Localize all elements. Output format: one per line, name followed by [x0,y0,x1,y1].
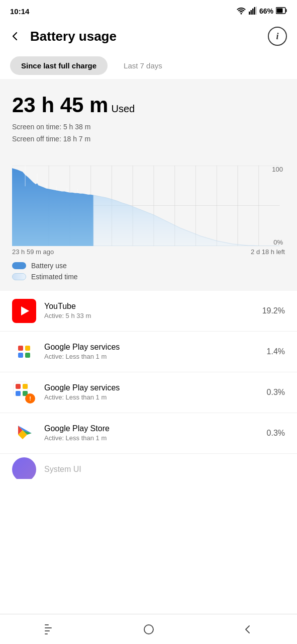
app-info-sysui: System UI [44,465,285,474]
svg-rect-35 [23,351,25,353]
recents-button[interactable] [35,619,65,639]
status-time: 10:14 [10,7,29,16]
page-title: Battery usage [30,29,117,44]
chart-container: 100 0% [0,155,297,256]
legend-label-estimated: Estimated time [31,273,78,281]
list-item[interactable]: System UI [0,454,297,479]
app-percent-gps2: 0.3% [267,388,285,397]
list-item[interactable]: YouTube Active: 5 h 33 m 19.2% [0,291,297,332]
svg-rect-53 [45,633,48,634]
app-percent-gps1: 1.4% [267,347,285,356]
legend-dot-battery [12,262,26,269]
app-percent-gps-store: 0.3% [267,429,285,438]
svg-rect-31 [18,346,23,351]
google-play-services-2-icon: ! [12,380,36,405]
tab-since-last-charge[interactable]: Since last full charge [10,56,108,75]
svg-marker-23 [93,195,280,246]
svg-rect-40 [16,391,21,396]
svg-rect-7 [277,8,283,13]
app-name-gps1: Google Play services [44,343,259,352]
signal-icon [249,7,257,16]
legend-dot-estimated [12,273,26,280]
bottom-nav [0,614,297,644]
tab-row: Since last full charge Last 7 days [0,52,297,79]
svg-rect-54 [144,625,153,634]
app-name-sysui: System UI [44,465,285,474]
app-list: YouTube Active: 5 h 33 m 19.2% Google Pl… [0,291,297,479]
list-item[interactable]: ! Google Play services Active: Less than… [0,372,297,413]
usage-section: 23 h 45 m Used Screen on time: 5 h 38 m … [0,79,297,155]
app-active-gps1: Active: Less than 1 m [44,353,259,360]
usage-time-value: 23 h 45 m [12,93,108,117]
list-item[interactable]: Google Play services Active: Less than 1… [0,332,297,372]
status-icons: 66% [236,7,287,16]
header: Battery usage i [0,20,297,52]
screen-off-time: Screen off time: 18 h 7 m [12,133,285,145]
legend: Battery use Estimated time [0,256,297,291]
svg-rect-38 [23,384,28,389]
usage-details: Screen on time: 5 h 38 m Screen off time… [12,121,285,145]
status-bar: 10:14 66% [0,0,297,20]
app-name-gps-store: Google Play Store [44,424,259,433]
svg-rect-37 [16,384,21,389]
battery-percent: 66% [259,7,273,15]
svg-rect-2 [252,9,254,15]
battery-icon [276,7,287,16]
svg-rect-4 [256,7,257,15]
screen-on-time: Screen on time: 5 h 38 m [12,121,285,133]
header-left: Battery usage [5,26,117,46]
y-label-100: 100 [272,166,283,173]
google-play-store-icon [12,421,36,445]
app-active-youtube: Active: 5 h 33 m [44,312,254,319]
chart-labels: 23 h 59 m ago 2 d 18 h left [12,246,285,256]
info-button[interactable]: i [268,27,287,46]
usage-time: 23 h 45 m Used [12,93,285,117]
google-play-services-1-icon [12,340,36,364]
app-info-gps-store: Google Play Store Active: Less than 1 m [44,424,259,442]
svg-rect-52 [45,630,50,631]
legend-item-estimated: Estimated time [12,273,285,281]
app-percent-youtube: 19.2% [262,306,285,315]
chart-label-right: 2 d 18 h left [251,248,285,256]
svg-rect-0 [249,12,250,15]
legend-label-battery: Battery use [31,262,67,270]
app-info-youtube: YouTube Active: 5 h 33 m [44,302,254,319]
system-ui-icon [12,457,36,479]
y-label-0: 0% [273,238,283,246]
svg-rect-33 [25,353,30,358]
svg-text:!: ! [29,395,31,401]
list-item[interactable]: Google Play Store Active: Less than 1 m … [0,413,297,454]
usage-used-label: Used [111,103,135,115]
home-button[interactable] [134,619,164,639]
app-active-gps2: Active: Less than 1 m [44,393,259,401]
back-nav-button[interactable] [233,619,263,639]
svg-rect-50 [45,624,49,625]
app-info-gps1: Google Play services Active: Less than 1… [44,343,259,360]
chart-label-left: 23 h 59 m ago [12,248,54,256]
back-button[interactable] [5,26,25,46]
app-active-gps-store: Active: Less than 1 m [44,434,259,442]
tab-last-7-days[interactable]: Last 7 days [113,56,173,75]
app-name-youtube: YouTube [44,302,254,311]
svg-rect-34 [18,353,23,358]
app-info-gps2: Google Play services Active: Less than 1… [44,383,259,401]
svg-rect-1 [250,10,252,15]
legend-item-battery: Battery use [12,262,285,270]
info-icon: i [276,31,278,42]
youtube-play-icon [21,306,29,315]
svg-rect-51 [45,627,52,628]
wifi-icon [236,7,246,16]
youtube-icon [12,299,36,323]
svg-marker-22 [12,168,93,246]
svg-rect-41 [21,389,23,391]
app-name-gps2: Google Play services [44,383,259,392]
battery-chart-svg [12,166,285,246]
svg-rect-6 [286,9,287,12]
chart-area: 100 0% [12,166,285,246]
svg-rect-3 [254,7,255,15]
svg-rect-32 [25,346,30,351]
